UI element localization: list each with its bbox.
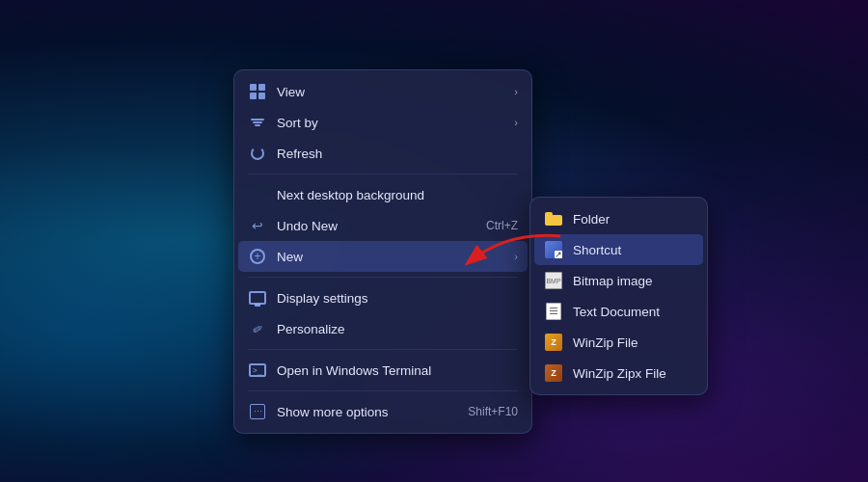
view-submenu-arrow: › xyxy=(514,86,518,97)
submenu-shortcut-label: Shortcut xyxy=(573,243,621,257)
submenu-folder-label: Folder xyxy=(573,212,610,227)
menu-item-new-label: New xyxy=(277,250,514,264)
menu-item-view-label: View xyxy=(277,85,514,99)
more-shortcut: Shift+F10 xyxy=(468,405,518,418)
sort-submenu-arrow: › xyxy=(514,117,518,128)
display-settings-icon xyxy=(248,288,267,308)
new-submenu: Folder Shortcut BMP Bitmap image Text Do… xyxy=(529,197,708,395)
more-options-icon xyxy=(248,402,267,421)
submenu-winzip-label: WinZip File xyxy=(573,335,638,350)
sort-icon xyxy=(248,113,267,132)
menu-item-more-label: Show more options xyxy=(277,405,468,419)
menu-item-undo[interactable]: ↩ Undo New Ctrl+Z xyxy=(234,210,531,241)
winzip-icon: Z xyxy=(544,333,563,352)
menu-item-next-bg[interactable]: Next desktop background xyxy=(234,179,531,210)
divider-4 xyxy=(248,390,518,391)
menu-item-terminal[interactable]: >_ Open in Windows Terminal xyxy=(234,355,531,386)
winzipx-icon: Z xyxy=(544,363,563,383)
new-submenu-arrow: › xyxy=(514,251,518,262)
menu-item-sort-label: Sort by xyxy=(277,116,514,130)
menu-item-new[interactable]: + New › xyxy=(238,241,528,272)
bitmap-icon: BMP xyxy=(544,271,563,290)
divider-1 xyxy=(248,174,518,174)
menu-item-personalize-label: Personalize xyxy=(277,322,518,336)
submenu-item-textdoc[interactable]: Text Document xyxy=(530,296,707,327)
view-grid-icon xyxy=(248,82,267,101)
textdoc-icon xyxy=(544,302,563,321)
menu-item-personalize[interactable]: ✏ Personalize xyxy=(234,313,531,344)
menu-item-sort[interactable]: Sort by › xyxy=(234,107,531,138)
submenu-winzipx-label: WinZip Zipx File xyxy=(573,366,666,381)
menu-item-undo-label: Undo New xyxy=(277,219,486,233)
folder-icon xyxy=(544,209,563,228)
menu-item-display[interactable]: Display settings xyxy=(234,282,531,313)
submenu-item-winzip[interactable]: Z WinZip File xyxy=(530,327,707,358)
new-plus-icon: + xyxy=(248,247,267,266)
menu-item-terminal-label: Open in Windows Terminal xyxy=(277,363,518,378)
divider-3 xyxy=(248,349,518,350)
submenu-item-winzipx[interactable]: Z WinZip Zipx File xyxy=(530,358,707,388)
submenu-bitmap-label: Bitmap image xyxy=(573,274,653,288)
undo-icon: ↩ xyxy=(248,216,267,235)
submenu-item-bitmap[interactable]: BMP Bitmap image xyxy=(530,265,707,296)
menu-item-next-bg-label: Next desktop background xyxy=(277,188,518,202)
menu-item-more[interactable]: Show more options Shift+F10 xyxy=(234,396,531,427)
submenu-item-folder[interactable]: Folder xyxy=(530,203,707,234)
undo-shortcut: Ctrl+Z xyxy=(486,219,518,232)
next-bg-icon xyxy=(248,185,267,204)
menu-item-display-label: Display settings xyxy=(277,291,518,306)
menu-item-view[interactable]: View › xyxy=(234,76,531,107)
submenu-item-shortcut[interactable]: Shortcut xyxy=(534,234,703,265)
menu-item-refresh-label: Refresh xyxy=(277,147,518,161)
refresh-icon xyxy=(248,144,267,163)
context-menu: View › Sort by › Refresh Next desktop ba… xyxy=(233,69,532,434)
shortcut-icon xyxy=(544,240,563,259)
submenu-textdoc-label: Text Document xyxy=(573,305,660,319)
terminal-icon: >_ xyxy=(248,361,267,380)
menu-item-refresh[interactable]: Refresh xyxy=(234,138,531,169)
personalize-icon: ✏ xyxy=(248,319,267,338)
divider-2 xyxy=(248,277,518,278)
